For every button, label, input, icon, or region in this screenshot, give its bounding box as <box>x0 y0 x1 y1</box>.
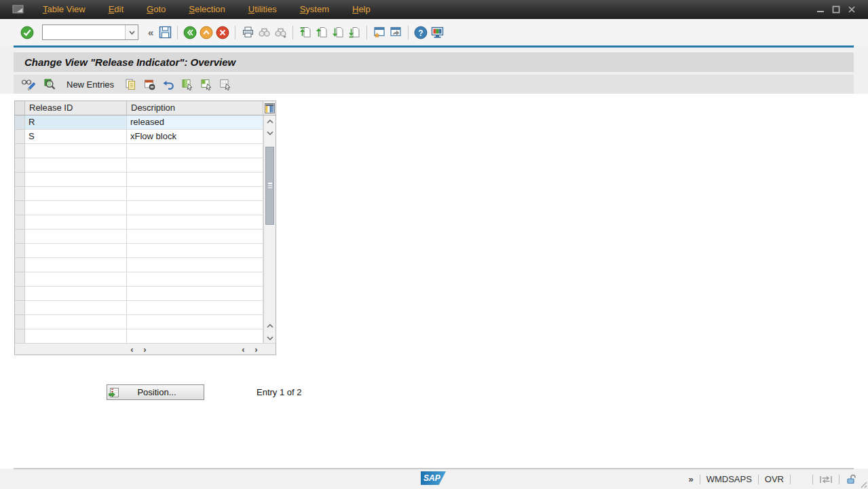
scroll-page-up-button[interactable] <box>264 320 276 331</box>
row-selector[interactable] <box>15 144 25 158</box>
menu-system[interactable]: System <box>288 0 341 19</box>
release-id-cell[interactable] <box>25 201 127 215</box>
column-header-release-id[interactable]: Release ID <box>25 101 127 115</box>
new-session-button[interactable] <box>371 24 388 41</box>
new-entries-button[interactable]: New Entries <box>60 76 120 92</box>
description-cell[interactable] <box>127 187 263 201</box>
table-row-empty[interactable] <box>15 329 276 344</box>
scrollbar-thumb[interactable] <box>265 147 274 225</box>
release-id-cell[interactable] <box>25 230 127 244</box>
table-row-empty[interactable] <box>15 244 276 258</box>
copy-as-button[interactable] <box>121 76 139 92</box>
overview-choose-button[interactable] <box>41 76 59 92</box>
table-settings-button[interactable] <box>263 101 276 115</box>
lock-open-icon[interactable] <box>846 473 857 485</box>
description-cell[interactable] <box>127 144 263 158</box>
release-id-cell[interactable] <box>25 287 127 301</box>
scroll-right-button[interactable]: › <box>251 344 261 355</box>
scroll-left-button[interactable]: ‹ <box>127 344 137 355</box>
row-selector[interactable] <box>15 201 25 215</box>
table-row-empty[interactable] <box>15 272 276 287</box>
row-selector[interactable] <box>15 329 25 344</box>
scroll-row-up-button[interactable] <box>264 115 276 127</box>
row-selector[interactable] <box>15 215 25 230</box>
table-row-empty[interactable] <box>15 173 276 187</box>
release-id-cell[interactable]: S <box>25 130 127 144</box>
exit-button[interactable] <box>198 24 214 41</box>
description-cell[interactable] <box>127 215 263 230</box>
table-row-empty[interactable] <box>15 144 276 158</box>
back-button[interactable] <box>182 24 198 41</box>
deselect-all-button[interactable] <box>216 76 234 92</box>
table-row-empty[interactable] <box>15 215 276 230</box>
menu-utilities[interactable]: Utilities <box>237 0 288 19</box>
scroll-page-down-button[interactable] <box>264 332 276 344</box>
layout-settings-button[interactable] <box>429 24 446 41</box>
row-selector[interactable] <box>15 230 25 244</box>
release-id-cell[interactable] <box>25 158 127 173</box>
input-mode-indicator[interactable]: OVR <box>765 474 784 484</box>
delete-row-button[interactable] <box>140 76 158 92</box>
table-row-empty[interactable] <box>15 287 276 301</box>
collapse-toolbar-button[interactable]: « <box>145 26 157 38</box>
enter-button[interactable] <box>19 24 35 41</box>
release-id-cell[interactable] <box>25 173 127 187</box>
table-row-empty[interactable] <box>15 201 276 215</box>
help-button[interactable]: ? <box>413 24 429 41</box>
description-cell[interactable] <box>127 315 263 329</box>
release-id-cell[interactable]: R <box>25 115 127 130</box>
row-selector[interactable] <box>15 258 25 272</box>
table-row-empty[interactable] <box>15 258 276 272</box>
select-all-button[interactable] <box>178 76 196 92</box>
system-id-text[interactable]: WMDSAPS <box>706 474 752 484</box>
release-id-cell[interactable] <box>25 315 127 329</box>
description-cell[interactable]: released <box>127 115 263 130</box>
release-id-cell[interactable] <box>25 215 127 230</box>
display-change-toggle-button[interactable] <box>19 76 39 92</box>
resize-grip[interactable] <box>858 479 867 488</box>
description-cell[interactable] <box>127 230 263 244</box>
system-menu-icon[interactable] <box>12 5 24 14</box>
menu-help[interactable]: Help <box>341 0 382 19</box>
description-cell[interactable] <box>127 272 263 287</box>
row-selector[interactable] <box>15 173 25 187</box>
select-all-corner[interactable] <box>15 101 25 115</box>
position-button[interactable]: Position... <box>107 384 204 400</box>
command-dropdown-button[interactable] <box>125 25 138 39</box>
menu-edit[interactable]: Edit <box>97 0 135 19</box>
scroll-left-button[interactable]: ‹ <box>238 344 248 355</box>
vertical-scrollbar[interactable] <box>263 115 276 344</box>
menu-table-view[interactable]: Table View <box>31 0 97 19</box>
select-block-button[interactable] <box>197 76 215 92</box>
data-transfer-icon[interactable] <box>819 475 833 484</box>
close-button[interactable] <box>846 4 857 15</box>
table-row[interactable]: R released <box>15 115 276 130</box>
page-down-button[interactable] <box>330 24 346 41</box>
row-selector[interactable] <box>15 272 25 287</box>
release-id-cell[interactable] <box>25 144 127 158</box>
description-cell[interactable] <box>127 173 263 187</box>
table-row-empty[interactable] <box>15 230 276 244</box>
maximize-button[interactable] <box>831 4 842 15</box>
undo-button[interactable] <box>159 76 177 92</box>
release-id-cell[interactable] <box>25 244 127 258</box>
menu-selection[interactable]: Selection <box>177 0 236 19</box>
row-selector[interactable] <box>15 115 25 130</box>
create-shortcut-button[interactable] <box>388 24 404 41</box>
description-cell[interactable] <box>127 329 263 344</box>
row-selector[interactable] <box>15 301 25 315</box>
table-row-empty[interactable] <box>15 301 276 315</box>
description-cell[interactable]: xFlow block <box>127 130 263 144</box>
scroll-row-down-button[interactable] <box>264 127 276 139</box>
cancel-button[interactable] <box>214 24 231 41</box>
description-cell[interactable] <box>127 158 263 173</box>
find-next-button[interactable] <box>272 24 288 41</box>
row-selector[interactable] <box>15 244 25 258</box>
description-cell[interactable] <box>127 287 263 301</box>
release-id-cell[interactable] <box>25 272 127 287</box>
column-header-description[interactable]: Description <box>127 101 263 115</box>
description-cell[interactable] <box>127 244 263 258</box>
release-id-cell[interactable] <box>25 258 127 272</box>
find-button[interactable] <box>256 24 272 41</box>
description-cell[interactable] <box>127 301 263 315</box>
